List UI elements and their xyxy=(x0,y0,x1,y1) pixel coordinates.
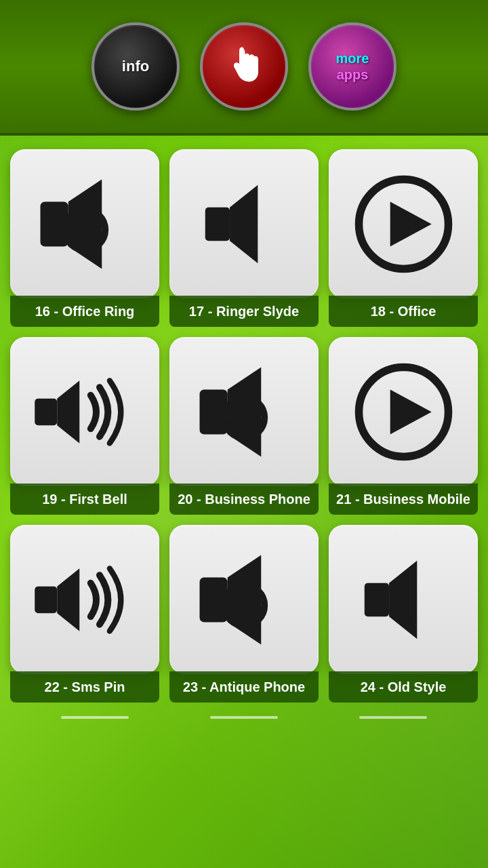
label-text-2: 17 - Ringer Slyde xyxy=(189,304,299,319)
label-box-6: 21 - Business Mobile xyxy=(329,484,478,515)
label-box-3: 18 - Office xyxy=(329,296,478,327)
ringtone-item-3[interactable]: 18 - Office xyxy=(329,149,478,327)
label-box-7: 22 - Sms Pin xyxy=(10,671,159,703)
label-text-3: 18 - Office xyxy=(371,304,436,319)
header-bar: info more apps xyxy=(0,0,488,136)
icon-box-5 xyxy=(169,337,319,486)
svg-rect-12 xyxy=(35,586,57,613)
scroll-indicators xyxy=(0,709,488,726)
volume-waves-icon-1 xyxy=(29,356,141,468)
svg-point-2 xyxy=(76,220,94,238)
label-text-8: 23 - Antique Phone xyxy=(183,679,305,694)
speaker-icon-1 xyxy=(29,168,141,280)
label-text-5: 20 - Business Phone xyxy=(178,492,310,507)
label-box-8: 23 - Antique Phone xyxy=(169,671,319,703)
icon-box-4 xyxy=(10,337,159,486)
label-text-4: 19 - First Bell xyxy=(42,492,127,507)
play-circle-icon-1 xyxy=(348,168,460,280)
ringtone-item-9[interactable]: 24 - Old Style xyxy=(329,525,478,703)
svg-rect-3 xyxy=(205,207,229,241)
svg-rect-6 xyxy=(35,398,57,425)
scroll-line-3 xyxy=(359,716,427,719)
icon-box-3 xyxy=(329,149,478,298)
svg-rect-16 xyxy=(364,583,388,616)
more-label: more apps xyxy=(336,50,369,83)
label-box-9: 24 - Old Style xyxy=(329,671,478,703)
icon-box-9 xyxy=(329,525,478,674)
label-text-9: 24 - Old Style xyxy=(361,679,447,694)
icon-box-2 xyxy=(169,149,319,298)
ringtone-item-8[interactable]: 23 - Antique Phone xyxy=(169,525,319,703)
label-text-6: 21 - Business Mobile xyxy=(336,492,470,507)
volume-mute-icon-1 xyxy=(188,168,300,280)
icon-box-7 xyxy=(10,525,159,674)
icon-box-8 xyxy=(169,525,319,674)
ringtone-item-7[interactable]: 22 - Sms Pin xyxy=(10,525,159,703)
svg-marker-5 xyxy=(390,201,431,246)
icon-box-6 xyxy=(329,337,478,486)
more-apps-button[interactable]: more apps xyxy=(308,22,396,111)
label-text-1: 16 - Office Ring xyxy=(35,304,135,319)
label-box-1: 16 - Office Ring xyxy=(10,296,159,327)
hand-icon xyxy=(220,43,268,90)
svg-point-15 xyxy=(235,596,253,614)
ringtone-grid: 16 - Office Ring 17 - Ringer Slyde 18 - … xyxy=(0,136,488,709)
stop-button[interactable] xyxy=(200,22,288,111)
ringtone-item-2[interactable]: 17 - Ringer Slyde xyxy=(169,149,319,327)
label-box-4: 19 - First Bell xyxy=(10,484,159,515)
ringtone-item-1[interactable]: 16 - Office Ring xyxy=(10,149,159,327)
play-circle-icon-2 xyxy=(348,356,460,468)
info-label: info xyxy=(122,58,149,75)
speaker-icon-2 xyxy=(188,356,300,468)
label-box-5: 20 - Business Phone xyxy=(169,484,319,515)
label-box-2: 17 - Ringer Slyde xyxy=(169,296,319,327)
volume-mute-icon-2 xyxy=(348,544,460,656)
ringtone-item-6[interactable]: 21 - Business Mobile xyxy=(329,337,478,515)
icon-box-1 xyxy=(10,149,159,298)
ringtone-item-5[interactable]: 20 - Business Phone xyxy=(169,337,319,515)
svg-marker-11 xyxy=(390,389,431,434)
info-button[interactable]: info xyxy=(92,22,180,111)
scroll-line-2 xyxy=(210,716,278,719)
scroll-line-1 xyxy=(61,716,129,719)
speaker-icon-3 xyxy=(188,544,300,656)
svg-point-9 xyxy=(235,408,253,426)
ringtone-item-4[interactable]: 19 - First Bell xyxy=(10,337,159,515)
volume-waves-icon-2 xyxy=(29,544,141,656)
label-text-7: 22 - Sms Pin xyxy=(45,679,125,694)
